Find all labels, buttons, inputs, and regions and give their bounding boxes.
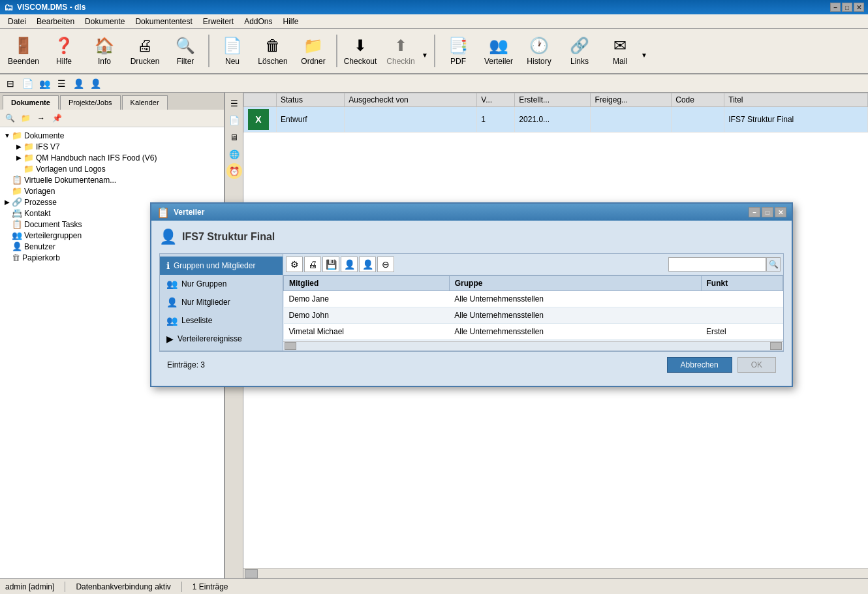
cancel-button[interactable]: Abbrechen: [667, 357, 732, 373]
tree-item-ifsv7[interactable]: ▶ 📁 IFS V7: [14, 141, 221, 152]
modal-user-button[interactable]: 👤: [341, 257, 358, 272]
search-tree-button[interactable]: 🔍: [3, 112, 17, 125]
row-gruppe: Alle Unternehmensstellen: [449, 324, 701, 340]
ok-button[interactable]: OK: [737, 357, 776, 373]
beenden-button[interactable]: 🚪 Beenden: [4, 31, 43, 70]
expand-icon: ▼: [3, 132, 12, 139]
modal-table-row[interactable]: Vimetal Michael Alle Unternehmensstellen…: [284, 324, 783, 340]
neu-button[interactable]: 📄 Neu: [213, 31, 252, 70]
nav-verteilerereignisse[interactable]: ▶ Verteilerereignisse: [160, 330, 283, 348]
menu-datei[interactable]: Datei: [3, 16, 31, 27]
checkin-button[interactable]: ⬆ Checkin: [381, 31, 420, 70]
tab-projekte[interactable]: Projekte/Jobs: [60, 95, 121, 110]
nav-forward-button[interactable]: →: [34, 112, 48, 125]
links-button[interactable]: 🔗 Links: [560, 31, 599, 70]
menu-erweitert[interactable]: Erweitert: [198, 16, 239, 27]
doc-view-button[interactable]: 📄: [20, 76, 35, 91]
view-toggle-button[interactable]: ⊟: [3, 76, 18, 91]
user-nav-icon: 👤: [166, 297, 178, 307]
hamburger-icon[interactable]: ☰: [226, 95, 242, 111]
tasks-icon: 📋: [12, 219, 22, 229]
tree-item-dokumente[interactable]: ▼ 📁 Dokumente: [3, 130, 221, 141]
col-code[interactable]: Code: [672, 93, 724, 107]
tree-item-vorlagen[interactable]: 📁 Vorlagen und Logos: [14, 163, 221, 174]
loeschen-button[interactable]: 🗑 Löschen: [253, 31, 292, 70]
col-ausgecheckt[interactable]: Ausgecheckt von: [345, 93, 477, 107]
modal-maximize[interactable]: □: [762, 207, 773, 217]
col-freigeg[interactable]: Freigeg...: [591, 93, 672, 107]
tree-item-qm[interactable]: ▶ 📁 QM Handbuch nach IFS Food (V6): [14, 152, 221, 163]
tree-item-vorlagen2[interactable]: 📁 Vorlagen: [3, 185, 221, 196]
modal-minimize[interactable]: –: [749, 207, 760, 217]
group-view-button[interactable]: 👥: [37, 76, 52, 91]
modal-search-input[interactable]: [668, 257, 766, 272]
drucken-button[interactable]: 🖨 Drucken: [125, 31, 164, 70]
modal-remove-button[interactable]: ⊖: [377, 257, 394, 272]
minimize-button[interactable]: –: [830, 3, 841, 12]
pin-button[interactable]: 📌: [50, 112, 64, 125]
menu-hilfe[interactable]: Hilfe: [278, 16, 304, 27]
modal-user2-button[interactable]: 👤: [359, 257, 376, 272]
clock-side-icon[interactable]: ⏰: [226, 163, 242, 179]
col-funkt[interactable]: Funkt: [701, 276, 783, 291]
modal-close[interactable]: ✕: [775, 207, 786, 217]
nav-nur-gruppen[interactable]: 👥 Nur Gruppen: [160, 275, 283, 293]
menu-addons[interactable]: AddOns: [239, 16, 277, 27]
col-gruppe[interactable]: Gruppe: [449, 276, 701, 291]
user-view-button[interactable]: 👤: [70, 76, 86, 91]
modal-table-row[interactable]: Demo Jane Alle Unternehmensstellen: [284, 291, 783, 307]
drucken-icon: 🖨: [137, 37, 153, 55]
list-view-button[interactable]: ☰: [54, 76, 69, 91]
collapse-tree-button[interactable]: 📁: [18, 112, 33, 125]
monitor-icon[interactable]: 🖥: [226, 129, 242, 145]
maximize-button[interactable]: □: [842, 3, 852, 12]
menu-dokumente[interactable]: Dokumente: [80, 16, 130, 27]
hilfe-button[interactable]: ❓ Hilfe: [44, 31, 84, 70]
user2-view-button[interactable]: 👤: [87, 76, 103, 91]
modal-table-container[interactable]: Mitglied Gruppe Funkt Demo Jane Alle Unt…: [283, 275, 783, 341]
col-v[interactable]: V...: [477, 93, 515, 107]
table-header-row: Status Ausgecheckt von V... Erstellt... …: [244, 93, 868, 107]
loeschen-icon: 🗑: [265, 37, 281, 55]
filter-button[interactable]: 🔍 Filter: [166, 31, 205, 70]
search-icon[interactable]: 🔍: [766, 257, 781, 272]
tab-dokumente[interactable]: Dokumente: [3, 95, 59, 110]
col-status[interactable]: Status: [277, 93, 345, 107]
links-icon: 🔗: [570, 37, 589, 55]
info-button[interactable]: 🏠 Info: [85, 31, 124, 70]
pdf-button[interactable]: 📑 PDF: [439, 31, 478, 70]
close-button[interactable]: ✕: [854, 3, 864, 12]
modal-print-button[interactable]: 🖨: [304, 257, 321, 272]
mail-button[interactable]: ✉ Mail: [600, 31, 640, 70]
nav-gruppen-mitglieder[interactable]: ℹ Gruppen und Mitglieder: [160, 257, 283, 275]
checkout-button[interactable]: ⬇ Checkout: [341, 31, 380, 70]
row-titel: IFS7 Struktur Final: [724, 107, 868, 133]
globe-icon[interactable]: 🌐: [226, 146, 242, 162]
col-titel[interactable]: Titel: [724, 93, 868, 107]
ordner-button[interactable]: 📁 Ordner: [294, 31, 333, 70]
modal-window-controls: – □ ✕: [749, 207, 786, 217]
nav-nur-mitglieder[interactable]: 👤 Nur Mitglieder: [160, 293, 283, 311]
modal-settings-button[interactable]: ⚙: [286, 257, 303, 272]
menu-bearbeiten[interactable]: Bearbeiten: [31, 16, 80, 27]
table-row[interactable]: X Entwurf 1 2021.0... IFS7 Struktur Fina…: [244, 107, 868, 133]
checkin-icon: ⬆: [394, 37, 407, 55]
modal-nav: ℹ Gruppen und Mitglieder 👥 Nur Gruppen 👤…: [159, 253, 283, 351]
col-mitglied[interactable]: Mitglied: [284, 276, 450, 291]
checkin-dropdown[interactable]: ▼: [422, 52, 431, 59]
menu-dokumententest[interactable]: Dokumententest: [130, 16, 197, 27]
modal-h-scrollbar[interactable]: [283, 341, 783, 351]
tree-item-virtuelle[interactable]: 📋 Virtuelle Dokumentenam...: [3, 174, 221, 185]
history-button[interactable]: 🕐 History: [519, 31, 559, 70]
mail-dropdown[interactable]: ▼: [641, 52, 650, 59]
horizontal-scrollbar-right[interactable]: [243, 568, 868, 578]
row-status: Entwurf: [277, 107, 345, 133]
tab-kalender[interactable]: Kalender: [122, 95, 168, 110]
col-erstellt[interactable]: Erstellt...: [515, 93, 591, 107]
nav-leseliste[interactable]: 👥 Leseliste: [160, 311, 283, 330]
verteiler-button[interactable]: 👥 Verteiler: [479, 31, 518, 70]
modal-table-row[interactable]: Demo John Alle Unternehmensstellen: [284, 307, 783, 324]
modal-save-button[interactable]: 💾: [322, 257, 339, 272]
doc-side-icon[interactable]: 📄: [226, 112, 242, 128]
expand-icon: [3, 221, 12, 228]
